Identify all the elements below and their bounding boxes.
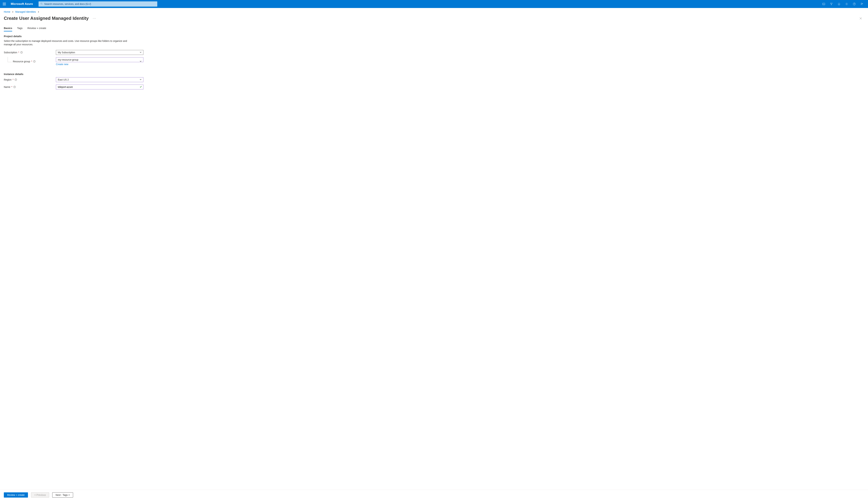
svg-point-16 <box>34 61 35 61</box>
directory-filter-icon[interactable] <box>830 2 833 5</box>
required-marker: * <box>18 51 19 54</box>
name-input[interactable] <box>56 84 144 89</box>
svg-point-13 <box>21 52 22 52</box>
valid-check-icon <box>140 86 142 89</box>
svg-line-1 <box>42 4 43 5</box>
chevron-down-icon <box>140 51 142 54</box>
feedback-icon[interactable] <box>860 2 864 5</box>
subscription-value: My Subscription <box>58 51 75 54</box>
settings-icon[interactable] <box>845 2 848 5</box>
subscription-select[interactable]: My Subscription <box>56 50 144 55</box>
section-heading-instance: Instance details <box>4 72 864 76</box>
required-marker: * <box>11 86 12 88</box>
page-title: Create User Assigned Managed Identity <box>4 16 89 21</box>
section-desc-project: Select the subscription to manage deploy… <box>4 39 136 46</box>
tab-review-create[interactable]: Review + create <box>27 26 46 32</box>
brand-label[interactable]: Microsoft Azure <box>11 2 33 6</box>
breadcrumb-home[interactable]: Home <box>4 10 10 13</box>
close-blade-icon[interactable] <box>859 17 863 20</box>
chevron-down-icon <box>140 78 142 81</box>
breadcrumb-managed-identities[interactable]: Managed Identities <box>15 10 36 13</box>
tab-strip: Basics Tags Review + create <box>4 26 864 32</box>
chevron-right-icon <box>38 10 39 13</box>
row-subscription: Subscription * My Subscription <box>4 50 864 55</box>
topbar-actions <box>822 2 864 5</box>
create-new-resource-group-link[interactable]: Create new <box>56 63 68 66</box>
label-name: Name <box>4 86 10 88</box>
azure-topbar: Microsoft Azure <box>0 0 868 8</box>
tab-tags[interactable]: Tags <box>17 26 23 32</box>
search-input[interactable] <box>44 3 156 5</box>
row-name: Name * <box>4 84 864 89</box>
form-content: Basics Tags Review + create Project deta… <box>0 23 868 89</box>
tab-basics[interactable]: Basics <box>4 26 12 32</box>
search-icon <box>40 2 43 5</box>
svg-point-5 <box>846 4 847 4</box>
info-icon[interactable] <box>14 79 17 81</box>
row-resource-group: Resource group * my-resource-group Creat… <box>4 57 864 66</box>
svg-point-8 <box>861 3 862 4</box>
svg-point-0 <box>41 3 42 4</box>
indent-connector <box>8 57 12 62</box>
notifications-icon[interactable] <box>837 2 841 5</box>
breadcrumb: Home Managed Identities <box>0 8 868 14</box>
svg-rect-2 <box>823 3 825 5</box>
label-region: Region <box>4 78 11 81</box>
region-select[interactable]: East US 2 <box>56 77 144 82</box>
cloud-shell-icon[interactable] <box>822 2 825 5</box>
page-header: Create User Assigned Managed Identity ··… <box>0 14 868 23</box>
required-marker: * <box>12 78 13 81</box>
info-icon[interactable] <box>33 60 36 63</box>
help-icon[interactable] <box>853 2 856 5</box>
resource-group-select[interactable]: my-resource-group <box>56 57 144 62</box>
required-marker: * <box>31 60 32 63</box>
menu-icon[interactable] <box>2 1 7 7</box>
info-icon[interactable] <box>20 51 23 54</box>
chevron-down-icon <box>140 60 142 63</box>
row-region: Region * East US 2 <box>4 77 864 82</box>
chevron-right-icon <box>12 10 13 13</box>
label-subscription: Subscription <box>4 51 17 54</box>
resource-group-value: my-resource-group <box>58 58 78 61</box>
section-heading-project: Project details <box>4 35 864 38</box>
more-actions-icon[interactable]: ··· <box>93 17 96 20</box>
label-resource-group: Resource group <box>13 60 30 63</box>
global-search[interactable] <box>38 1 157 7</box>
info-icon[interactable] <box>13 86 16 88</box>
region-value: East US 2 <box>58 78 69 81</box>
